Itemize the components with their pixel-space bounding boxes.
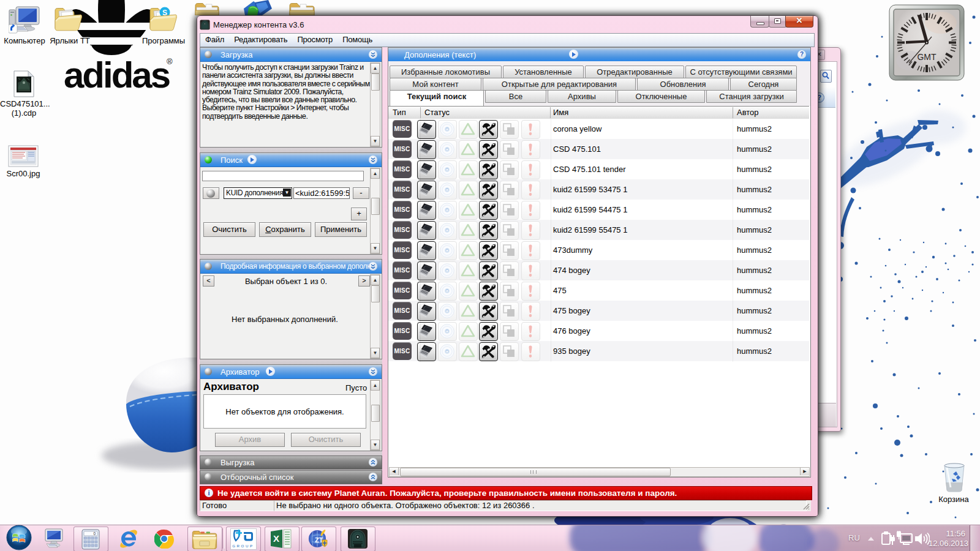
svg-text:GROUP: GROUP <box>232 544 254 548</box>
svg-text:®: ® <box>167 57 173 66</box>
svg-text:X: X <box>273 533 279 544</box>
svg-text:GMT: GMT <box>917 52 937 62</box>
svg-text:adidas: adidas <box>64 54 170 96</box>
svg-text:0: 0 <box>93 531 96 536</box>
